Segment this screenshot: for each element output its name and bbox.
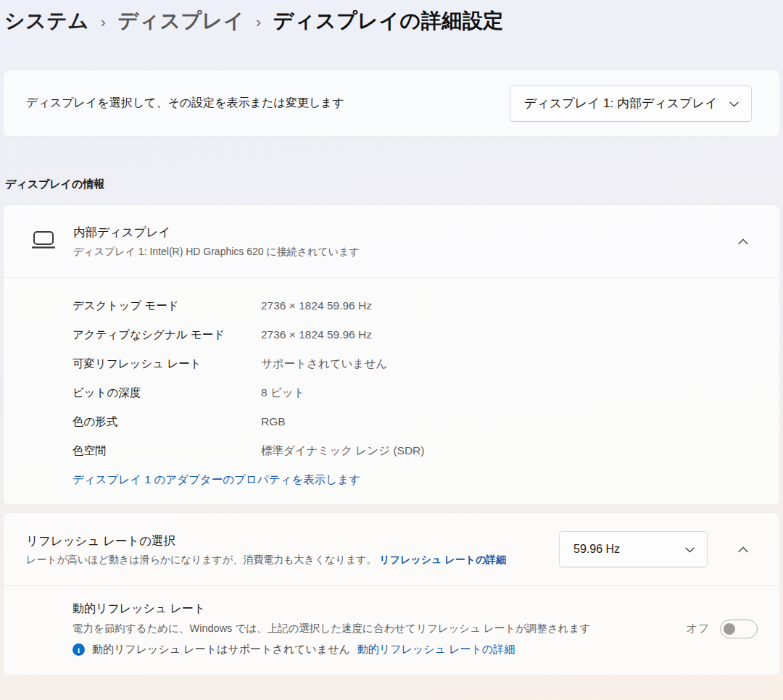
laptop-icon bbox=[31, 230, 56, 253]
breadcrumb: システム › ディスプレイ › ディスプレイの詳細設定 bbox=[3, 0, 780, 36]
display-info-details: デスクトップ モード 2736 × 1824 59.96 Hz アクティブなシグ… bbox=[4, 278, 779, 504]
dynamic-refresh-rate-title: 動的リフレッシュ レート bbox=[72, 601, 590, 616]
chevron-right-icon: › bbox=[256, 12, 262, 30]
page-title: ディスプレイの詳細設定 bbox=[273, 7, 504, 35]
dynamic-refresh-rate-toggle[interactable] bbox=[720, 620, 758, 638]
display-select-dropdown-value: ディスプレイ 1: 内部ディスプレイ bbox=[524, 95, 717, 112]
dynamic-refresh-rate-learn-more-link[interactable]: 動的リフレッシュ レートの詳細 bbox=[357, 643, 515, 657]
refresh-rate-card: リフレッシュ レートの選択 レートが高いほど動きは滑らかになりますが、消費電力も… bbox=[3, 512, 780, 676]
info-row-variable-refresh-rate: 可変リフレッシュ レート サポートされていません bbox=[72, 357, 758, 371]
display-select-dropdown[interactable]: ディスプレイ 1: 内部ディスプレイ bbox=[510, 86, 752, 122]
info-row-label: 可変リフレッシュ レート bbox=[72, 357, 261, 371]
refresh-rate-collapse-button[interactable] bbox=[729, 536, 758, 562]
dynamic-refresh-rate-info: i 動的リフレッシュ レートはサポートされていません 動的リフレッシュ レートの… bbox=[72, 643, 590, 657]
display-info-collapse-button[interactable] bbox=[729, 228, 758, 254]
toggle-knob bbox=[724, 623, 735, 635]
dynamic-refresh-rate-info-text: 動的リフレッシュ レートはサポートされていません bbox=[92, 643, 350, 657]
refresh-rate-dropdown-value: 59.96 Hz bbox=[573, 543, 620, 556]
dynamic-refresh-rate-description: 電力を節約するために、Windows では、上記の選択した速度に合わせてリフレッ… bbox=[72, 620, 590, 636]
chevron-right-icon: › bbox=[101, 12, 107, 30]
info-row-label: デスクトップ モード bbox=[72, 299, 261, 313]
advanced-display-settings-page: システム › ディスプレイ › ディスプレイの詳細設定 ディスプレイを選択して、… bbox=[0, 0, 783, 676]
info-row-value: 2736 × 1824 59.96 Hz bbox=[261, 299, 372, 313]
info-row-value: 標準ダイナミック レンジ (SDR) bbox=[261, 443, 424, 458]
chevron-up-icon bbox=[738, 236, 748, 247]
refresh-rate-dropdown[interactable]: 59.96 Hz bbox=[559, 531, 708, 567]
refresh-rate-row: リフレッシュ レートの選択 レートが高いほど動きは滑らかになりますが、消費電力も… bbox=[4, 513, 779, 586]
info-row-label: 色の形式 bbox=[72, 414, 261, 429]
adapter-properties-link[interactable]: ディスプレイ 1 のアダプターのプロパティを表示します bbox=[72, 472, 360, 487]
info-row-label: 色空間 bbox=[72, 443, 261, 458]
info-row-desktop-mode: デスクトップ モード 2736 × 1824 59.96 Hz bbox=[72, 299, 758, 313]
dynamic-refresh-rate-row: 動的リフレッシュ レート 電力を節約するために、Windows では、上記の選択… bbox=[4, 586, 779, 675]
info-row-bit-depth: ビットの深度 8 ビット bbox=[72, 386, 758, 400]
display-info-card-subtitle: ディスプレイ 1: Intel(R) HD Graphics 620 に接続され… bbox=[73, 245, 360, 258]
refresh-rate-description: レートが高いほど動きは滑らかになりますが、消費電力も大きくなります。 リフレッシ… bbox=[26, 553, 506, 567]
refresh-rate-learn-more-link[interactable]: リフレッシュ レートの詳細 bbox=[379, 554, 506, 565]
display-info-expander-header[interactable]: 内部ディスプレイ ディスプレイ 1: Intel(R) HD Graphics … bbox=[4, 205, 779, 278]
toggle-state-label: オフ bbox=[686, 621, 709, 636]
info-row-value: 8 ビット bbox=[261, 386, 305, 400]
info-row-label: アクティブなシグナル モード bbox=[72, 328, 261, 342]
refresh-rate-description-text: レートが高いほど動きは滑らかになりますが、消費電力も大きくなります。 bbox=[26, 554, 377, 565]
info-row-value: 2736 × 1824 59.96 Hz bbox=[261, 328, 372, 342]
display-select-card: ディスプレイを選択して、その設定を表示または変更します ディスプレイ 1: 内部… bbox=[3, 70, 780, 137]
info-row-color-format: 色の形式 RGB bbox=[72, 414, 758, 429]
chevron-up-icon bbox=[738, 544, 748, 555]
breadcrumb-item-system[interactable]: システム bbox=[4, 7, 89, 35]
display-info-card-title: 内部ディスプレイ bbox=[73, 225, 360, 240]
display-info-section-title: ディスプレイの情報 bbox=[5, 178, 780, 204]
display-select-label: ディスプレイを選択して、その設定を表示または変更します bbox=[26, 96, 344, 111]
breadcrumb-item-display[interactable]: ディスプレイ bbox=[117, 7, 244, 35]
info-icon: i bbox=[72, 643, 85, 656]
info-row-active-signal-mode: アクティブなシグナル モード 2736 × 1824 59.96 Hz bbox=[72, 328, 758, 342]
chevron-down-icon bbox=[685, 543, 695, 556]
info-row-label: ビットの深度 bbox=[72, 386, 261, 400]
display-info-card: 内部ディスプレイ ディスプレイ 1: Intel(R) HD Graphics … bbox=[3, 204, 780, 505]
chevron-down-icon bbox=[729, 96, 739, 111]
info-row-value: RGB bbox=[261, 414, 286, 429]
info-row-value: サポートされていません bbox=[261, 357, 387, 371]
info-row-color-space: 色空間 標準ダイナミック レンジ (SDR) bbox=[72, 443, 758, 458]
refresh-rate-title: リフレッシュ レートの選択 bbox=[26, 533, 506, 549]
